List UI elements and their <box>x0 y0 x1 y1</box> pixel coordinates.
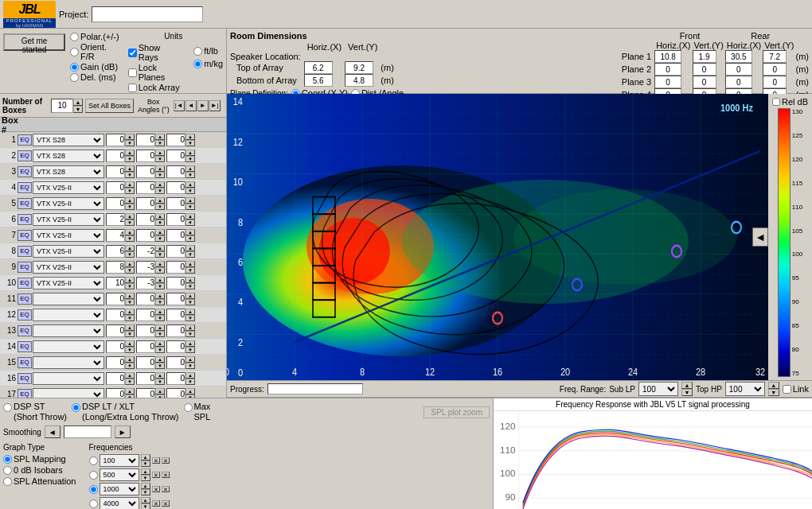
val2-down[interactable]: ▼ <box>185 140 195 146</box>
f500-up[interactable]: ▲ <box>141 468 150 475</box>
f500-down[interactable]: ▼ <box>141 475 150 481</box>
f100-x1[interactable]: ✕ <box>152 457 160 464</box>
eq-button[interactable]: EQ <box>18 262 32 273</box>
p3-fx[interactable] <box>654 76 681 88</box>
f4000-up[interactable]: ▲ <box>141 497 150 503</box>
p2-rx[interactable] <box>725 63 752 76</box>
f500-x2[interactable]: ✕ <box>162 472 170 478</box>
angle-input[interactable] <box>106 340 125 353</box>
model-select[interactable]: VTX S28VTX V25-IIVTX S25VTX F218 <box>33 372 104 385</box>
angle-up[interactable]: ▲ <box>125 150 135 156</box>
angle-input[interactable] <box>106 356 125 369</box>
box-count-input[interactable] <box>51 99 73 113</box>
gain-down[interactable]: ▼ <box>155 204 165 210</box>
gain-input[interactable] <box>136 388 155 398</box>
nav-prev[interactable]: ◄ <box>185 100 197 111</box>
freq-500-radio[interactable] <box>89 471 98 480</box>
val2-down[interactable]: ▼ <box>185 156 195 162</box>
gain-down[interactable]: ▼ <box>155 235 165 242</box>
model-select[interactable]: VTX S28VTX V25-IIVTX S25VTX F218 <box>33 181 104 194</box>
graph-isobars[interactable]: 0 dB Isobars <box>3 465 76 475</box>
gain-up[interactable]: ▲ <box>155 229 165 235</box>
gain-input[interactable] <box>136 324 155 337</box>
gain-input[interactable] <box>136 277 155 289</box>
model-select[interactable]: VTX S28VTX V25-IIVTX S25VTX F218 <box>33 197 104 210</box>
gain-down[interactable]: ▼ <box>155 251 165 258</box>
f4000-down[interactable]: ▼ <box>141 503 150 509</box>
gain-input[interactable] <box>136 356 155 369</box>
val2-input[interactable] <box>166 150 185 162</box>
eq-button[interactable]: EQ <box>18 341 32 352</box>
val2-input[interactable] <box>166 229 185 242</box>
eq-button[interactable]: EQ <box>18 134 32 146</box>
gain-up[interactable]: ▲ <box>155 324 165 331</box>
sub-lp-select[interactable]: 100 <box>638 382 678 396</box>
angle-down[interactable]: ▼ <box>125 331 135 337</box>
freq-4000-radio[interactable] <box>89 499 98 508</box>
val2-up[interactable]: ▲ <box>185 293 195 299</box>
nav-prev-prev[interactable]: |◄ <box>174 100 185 111</box>
freq-1000-select[interactable]: 1000 <box>100 483 139 495</box>
nav-next[interactable]: ► <box>197 100 209 111</box>
val2-up[interactable]: ▲ <box>185 309 195 315</box>
val2-input[interactable] <box>166 165 185 178</box>
model-select[interactable]: VTX S28VTX V25-IIVTX S25VTX F218 <box>33 134 104 146</box>
angle-down[interactable]: ▼ <box>125 379 135 385</box>
p2-fx[interactable] <box>654 63 681 76</box>
val2-input[interactable] <box>166 309 185 321</box>
eq-button[interactable]: EQ <box>18 246 32 257</box>
gain-down[interactable]: ▼ <box>155 379 165 385</box>
gain-input[interactable] <box>136 293 155 305</box>
val2-up[interactable]: ▲ <box>185 165 195 172</box>
model-select[interactable]: VTX S28VTX V25-IIVTX S25VTX F218 <box>33 150 104 162</box>
top-horiz-input[interactable] <box>304 61 333 74</box>
eq-button[interactable]: EQ <box>18 309 32 321</box>
freq-1000-radio[interactable] <box>89 485 98 494</box>
eq-button[interactable]: EQ <box>18 278 32 289</box>
p1-rx[interactable] <box>725 50 752 63</box>
angle-input[interactable] <box>106 324 125 337</box>
val2-down[interactable]: ▼ <box>185 172 195 178</box>
angle-up[interactable]: ▲ <box>125 213 135 220</box>
model-select[interactable]: VTX S28VTX V25-IIVTX S25VTX F218 <box>33 261 104 274</box>
gain-up[interactable]: ▲ <box>155 197 165 204</box>
angle-input[interactable] <box>106 165 125 178</box>
model-select[interactable]: VTX S28VTX V25-IIVTX S25VTX F218 <box>33 277 104 289</box>
angle-up[interactable]: ▲ <box>125 197 135 204</box>
model-select[interactable]: VTX S28VTX V25-IIVTX S25VTX F218 <box>33 165 104 178</box>
p3-fy[interactable] <box>693 76 716 88</box>
angle-up[interactable]: ▲ <box>125 245 135 251</box>
f1000-x2[interactable]: ✕ <box>162 486 170 492</box>
angle-up[interactable]: ▲ <box>125 293 135 299</box>
gain-input[interactable] <box>136 181 155 194</box>
angle-up[interactable]: ▲ <box>125 324 135 331</box>
angle-down[interactable]: ▼ <box>125 315 135 321</box>
gain-input[interactable] <box>136 197 155 210</box>
gain-input[interactable] <box>136 150 155 162</box>
p2-ry[interactable] <box>763 63 787 76</box>
val2-input[interactable] <box>166 340 185 353</box>
angle-input[interactable] <box>106 213 125 226</box>
radio-mkg[interactable]: m/kg <box>193 59 223 68</box>
gain-down[interactable]: ▼ <box>155 220 165 226</box>
f1000-up[interactable]: ▲ <box>141 483 150 489</box>
angle-up[interactable]: ▲ <box>125 340 135 347</box>
get-started-button[interactable]: Get me started <box>3 33 65 51</box>
val2-up[interactable]: ▲ <box>185 134 195 140</box>
eq-button[interactable]: EQ <box>18 214 32 225</box>
angle-down[interactable]: ▼ <box>125 347 135 353</box>
val2-down[interactable]: ▼ <box>185 363 195 369</box>
val2-input[interactable] <box>166 181 185 194</box>
val2-down[interactable]: ▼ <box>185 331 195 337</box>
eq-button[interactable]: EQ <box>18 373 32 384</box>
set-all-boxes-button[interactable]: Set All Boxes <box>85 99 134 113</box>
angle-down[interactable]: ▼ <box>125 140 135 146</box>
p3-rx[interactable] <box>725 76 752 88</box>
angle-input[interactable] <box>106 229 125 242</box>
angle-up[interactable]: ▲ <box>125 134 135 140</box>
val2-down[interactable]: ▼ <box>185 267 195 274</box>
angle-up[interactable]: ▲ <box>125 277 135 283</box>
model-select[interactable]: VTX S28VTX V25-IIVTX S25VTX F218 <box>33 293 104 305</box>
model-select[interactable]: VTX S28VTX V25-IIVTX S25VTX F218 <box>33 340 104 353</box>
val2-up[interactable]: ▲ <box>185 213 195 220</box>
